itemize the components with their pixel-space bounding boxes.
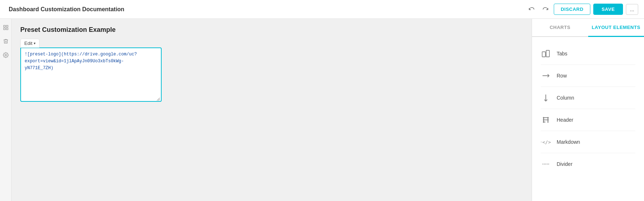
settings-icon[interactable]	[1, 51, 10, 59]
svg-rect-3	[6, 28, 8, 30]
right-panel-content: Tabs Row	[532, 37, 644, 201]
discard-button[interactable]: DISCARD	[554, 4, 590, 15]
save-button[interactable]: SAVE	[593, 4, 623, 15]
row-icon	[541, 71, 551, 81]
svg-rect-5	[542, 52, 545, 57]
layout-item-label-divider: Divider	[557, 161, 573, 167]
svg-rect-1	[6, 25, 8, 27]
more-options-button[interactable]: ...	[626, 4, 638, 15]
svg-rect-6	[546, 50, 549, 57]
layout-item-label-row: Row	[557, 73, 567, 79]
list-item[interactable]: Header	[541, 109, 635, 131]
trash-icon[interactable]	[1, 37, 10, 46]
svg-point-4	[5, 54, 7, 56]
grid-icon[interactable]	[1, 23, 10, 32]
edit-label: Edit	[24, 41, 32, 46]
chevron-down-icon: ▾	[34, 41, 36, 45]
canvas-area: Preset Customization Example Edit ▾ ![pr…	[12, 19, 532, 201]
layout-item-label-header: Header	[557, 117, 573, 123]
list-item[interactable]: </> </> Markdown	[541, 131, 635, 153]
resize-handle[interactable]	[157, 97, 160, 102]
undo-button[interactable]	[526, 4, 537, 15]
layout-item-label-tabs: Tabs	[557, 51, 568, 56]
main-content: Preset Customization Example Edit ▾ ![pr…	[0, 19, 644, 201]
header-actions: DISCARD SAVE ...	[526, 4, 638, 15]
list-item[interactable]: Column	[541, 87, 635, 109]
right-panel: CHARTS LAYOUT ELEMENTS Tabs	[532, 19, 644, 201]
divider-icon	[541, 159, 551, 169]
list-item[interactable]: Divider	[541, 153, 635, 175]
svg-rect-0	[4, 25, 5, 27]
edit-bar[interactable]: Edit ▾	[20, 39, 40, 48]
header-icon	[541, 115, 551, 125]
svg-text:</>: </>	[541, 142, 542, 143]
left-sidebar	[0, 19, 12, 201]
layout-item-label-markdown: Markdown	[557, 139, 580, 145]
section-title: Preset Customization Example	[20, 26, 523, 34]
tab-charts[interactable]: CHARTS	[532, 19, 588, 37]
right-panel-tabs: CHARTS LAYOUT ELEMENTS	[532, 19, 644, 37]
header: Dashboard Customization Documentation DI…	[0, 0, 644, 19]
markdown-icon: </> </>	[541, 137, 551, 147]
markdown-editor[interactable]: ![preset-logo](https://drive.google.com/…	[20, 47, 162, 102]
tabs-icon	[541, 49, 551, 59]
list-item[interactable]: Row	[541, 65, 635, 87]
markdown-editor-container: Edit ▾ ![preset-logo](https://drive.goog…	[20, 39, 162, 103]
page-title: Dashboard Customization Documentation	[9, 6, 124, 13]
svg-rect-2	[4, 28, 5, 30]
list-item[interactable]: Tabs	[541, 43, 635, 65]
layout-item-label-column: Column	[557, 95, 574, 101]
column-icon	[541, 93, 551, 103]
redo-button[interactable]	[540, 4, 551, 15]
tab-layout-elements[interactable]: LAYOUT ELEMENTS	[588, 19, 644, 37]
